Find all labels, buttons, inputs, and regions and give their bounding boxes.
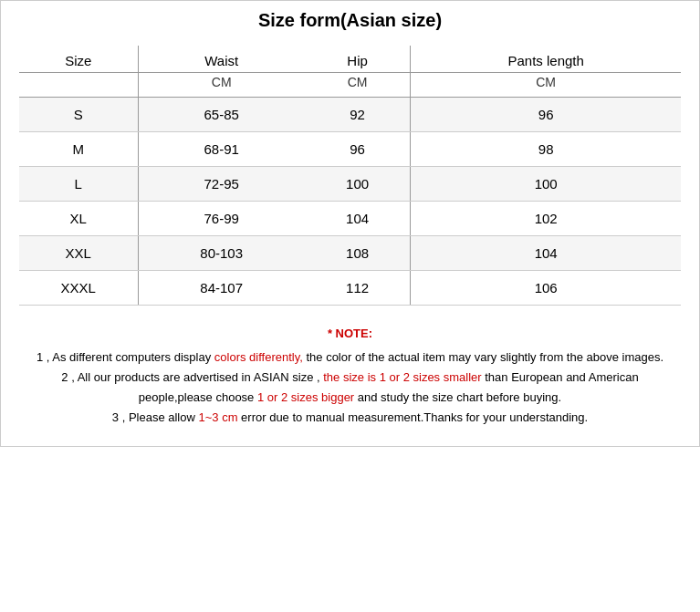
col-hip: Hip [305,46,411,73]
cell-size: XXL [19,236,138,271]
note2-prefix: 2 , All our products are advertised in A… [61,370,323,384]
note-title: * NOTE: [19,324,681,344]
note2-suffix: and study the size chart before buying. [354,390,561,404]
unit-waist: CM [138,73,305,98]
cell-waist: 68-91 [138,132,305,167]
table-header-row: Size Waist Hip Pants length [19,46,681,73]
col-waist: Waist [138,46,305,73]
table-row: XL76-99104102 [19,202,681,236]
notes-section: * NOTE: 1 , As different computers displ… [19,324,681,428]
unit-pants: CM [411,73,681,98]
cell-hip: 96 [305,132,411,167]
col-size: Size [19,46,138,73]
unit-hip: CM [305,73,411,98]
table-row: XXL80-103108104 [19,236,681,271]
note-line3: 3 , Please allow 1~3 cm error due to man… [112,410,588,424]
cell-pants: 100 [411,167,681,202]
table-unit-row: CM CM CM [19,73,681,98]
cell-hip: 92 [305,98,411,132]
size-table: Size Waist Hip Pants length CM CM CM S65… [19,46,681,306]
cell-pants: 104 [411,236,681,271]
main-container: Size form(Asian size) Size Waist Hip Pan… [0,0,700,447]
cell-pants: 96 [411,98,681,132]
note1-red: colors differently, [214,350,303,364]
note2-red2: 1 or 2 sizes bigger [257,390,354,404]
cell-waist: 80-103 [138,236,305,271]
cell-hip: 112 [305,271,411,306]
table-body: S65-859296M68-919698L72-95100100XL76-991… [19,98,681,306]
cell-size: XL [19,202,138,236]
cell-hip: 108 [305,236,411,271]
table-row: L72-95100100 [19,167,681,202]
cell-hip: 100 [305,167,411,202]
table-row: XXXL84-107112106 [19,271,681,306]
note3-prefix: 3 , Please allow [112,410,199,424]
cell-size: S [19,98,138,132]
cell-waist: 65-85 [138,98,305,132]
page-title: Size form(Asian size) [19,10,681,31]
col-pants: Pants length [411,46,681,73]
note1-prefix: 1 , As different computers display [37,350,214,364]
unit-size [19,73,138,98]
note2-red1: the size is 1 or 2 sizes smaller [323,370,481,384]
notes-inner: 1 , As different computers display color… [19,347,681,428]
cell-size: XXXL [19,271,138,306]
cell-waist: 76-99 [138,202,305,236]
cell-hip: 104 [305,202,411,236]
cell-size: L [19,167,138,202]
cell-pants: 106 [411,271,681,306]
note3-suffix: error due to manual measurement.Thanks f… [237,410,588,424]
table-row: M68-919698 [19,132,681,167]
cell-size: M [19,132,138,167]
note-line1: 1 , As different computers display color… [37,350,663,364]
cell-pants: 98 [411,132,681,167]
table-row: S65-859296 [19,98,681,132]
note-line2: 2 , All our products are advertised in A… [61,370,638,404]
cell-waist: 72-95 [138,167,305,202]
cell-pants: 102 [411,202,681,236]
note3-red: 1~3 cm [198,410,237,424]
note1-suffix: the color of the actual item may vary sl… [303,350,663,364]
cell-waist: 84-107 [138,271,305,306]
